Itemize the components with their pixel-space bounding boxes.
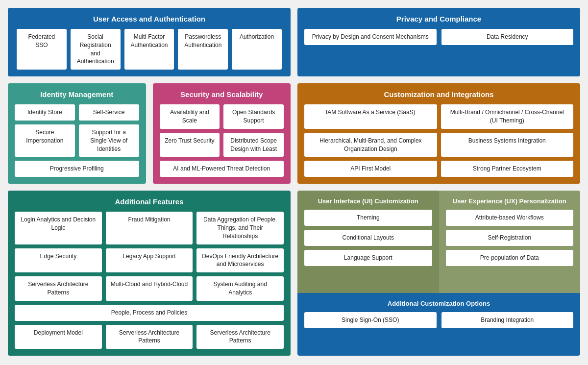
add-custom-title: Additional Customization Options <box>304 300 573 307</box>
list-item: Support for a Single View of Identities <box>79 124 139 157</box>
list-item: Fraud Mitigation <box>106 212 193 244</box>
custom-title: Customization and Integrations <box>304 90 573 98</box>
list-item: Serverless Architecture Patterns <box>196 325 284 349</box>
list-item: AI and ML-Powered Threat Detection <box>160 161 284 177</box>
uaa-items: Federated SSO Social Registration and Au… <box>15 29 284 70</box>
list-item: Multi-Cloud and Hybrid-Cloud <box>106 276 193 301</box>
list-item: Deployment Model <box>15 325 102 349</box>
list-item: Hierarchical, Multi-Brand, and Complex O… <box>304 133 437 157</box>
additional-panel: Additional Features Login Analytics and … <box>8 191 291 356</box>
list-item: Progressive Profiling <box>15 161 139 177</box>
ux-personal-items: Attribute-based Workflows Self-Registrat… <box>446 210 574 266</box>
list-item: Authorization <box>232 29 282 70</box>
ux-personal-title: User Experience (UX) Personalization <box>446 197 574 205</box>
list-item: Legacy App Support <box>106 248 193 273</box>
list-item: Conditional Layouts <box>304 230 432 246</box>
list-item: Serverless Architecture Patterns <box>15 276 102 301</box>
uaa-panel: User Access and Authentication Federated… <box>8 8 291 76</box>
identity-title: Identity Management <box>15 90 139 98</box>
list-item: Multi-Brand / Omnichannel / Cross-Channe… <box>441 104 574 129</box>
middle-left: Identity Management Identity Store Self-… <box>8 83 291 184</box>
security-panel: Security and Scalability Availability an… <box>153 83 291 184</box>
list-item: Availability and Scale <box>160 104 220 129</box>
add-custom-panel: Additional Customization Options Single … <box>297 293 580 356</box>
identity-grid: Identity Store Self-Service Secure Imper… <box>15 104 139 177</box>
ui-ux-top: User Interface (UI) Customization Themin… <box>297 191 580 293</box>
uaa-title: User Access and Authentication <box>15 15 284 23</box>
privacy-items: Privacy by Design and Consent Mechanisms… <box>304 29 573 45</box>
list-item: Data Aggregation of People, Things, and … <box>196 212 284 244</box>
list-item: Pre-population of Data <box>446 250 574 266</box>
list-item: Single Sign-On (SSO) <box>304 312 437 328</box>
ui-custom-title: User Interface (UI) Customization <box>304 197 432 205</box>
list-item: Distributed Scope Design with Least <box>223 133 284 157</box>
list-item: Secure Impersonation <box>15 124 75 157</box>
list-item: People, Process and Policies <box>15 305 284 321</box>
ux-personal-panel: User Experience (UX) Personalization Att… <box>439 191 581 293</box>
additional-grid: Login Analytics and Decision Logic Fraud… <box>15 212 284 301</box>
list-item: Self-Registration <box>446 230 574 246</box>
list-item: Serverless Architecture Patterns <box>106 325 193 349</box>
list-item: Branding Integration <box>441 312 574 328</box>
list-item: Identity Store <box>15 104 75 121</box>
list-item: Attribute-based Workflows <box>446 210 574 226</box>
list-item: Self-Service <box>79 104 139 121</box>
list-item: Passwordless Authentication <box>178 29 228 70</box>
list-item: Login Analytics and Decision Logic <box>15 212 102 244</box>
list-item: System Auditing and Analytics <box>196 276 284 301</box>
right-bottom-wrapper: User Interface (UI) Customization Themin… <box>297 191 580 356</box>
list-item: Data Residency <box>441 29 574 45</box>
list-item: API First Model <box>304 161 437 177</box>
ui-custom-items: Theming Conditional Layouts Language Sup… <box>304 210 432 266</box>
list-item: Language Support <box>304 250 432 266</box>
additional-title: Additional Features <box>15 197 284 206</box>
list-item: Open Standards Support <box>223 104 284 129</box>
list-item: IAM Software As a Service (SaaS) <box>304 104 437 129</box>
custom-grid: IAM Software As a Service (SaaS) Multi-B… <box>304 104 573 177</box>
list-item: Social Registration and Authentication <box>71 29 121 70</box>
security-grid: Availability and Scale Open Standards Su… <box>160 104 284 177</box>
privacy-title: Privacy and Compliance <box>304 15 573 23</box>
list-item: Privacy by Design and Consent Mechanisms <box>304 29 437 45</box>
list-item: Theming <box>304 210 432 226</box>
list-item: DevOps Friendly Architecture and Microse… <box>196 248 284 273</box>
additional-bottom-row: Deployment Model Serverless Architecture… <box>15 325 284 349</box>
add-custom-items: Single Sign-On (SSO) Branding Integratio… <box>304 312 573 328</box>
custom-panel: Customization and Integrations IAM Softw… <box>297 83 580 184</box>
list-item: Zero Trust Security <box>160 133 220 157</box>
list-item: Edge Security <box>15 248 102 273</box>
list-item: Strong Partner Ecosystem <box>441 161 574 177</box>
security-title: Security and Scalability <box>160 90 284 98</box>
identity-panel: Identity Management Identity Store Self-… <box>8 83 146 184</box>
list-item: Federated SSO <box>17 29 67 70</box>
list-item: Business Systems Integration <box>441 133 574 157</box>
privacy-panel: Privacy and Compliance Privacy by Design… <box>297 8 580 76</box>
list-item: Multi-Factor Authentication <box>124 29 174 70</box>
ui-custom-panel: User Interface (UI) Customization Themin… <box>297 191 439 293</box>
